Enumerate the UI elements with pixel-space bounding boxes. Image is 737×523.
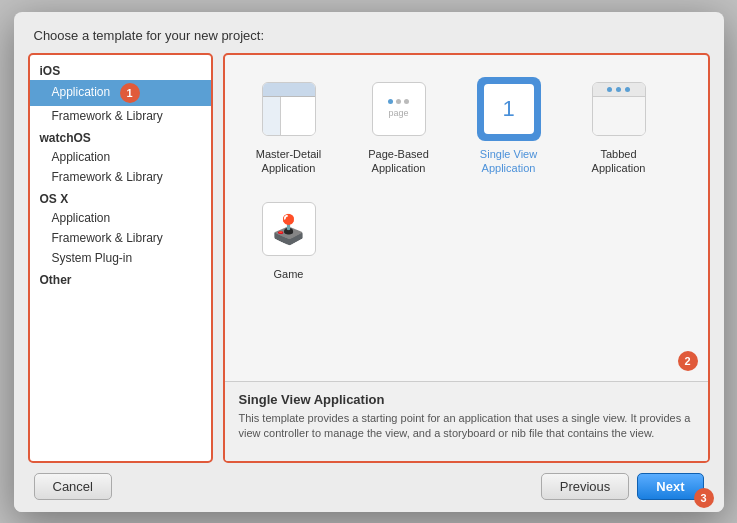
cancel-button[interactable]: Cancel — [34, 473, 112, 500]
template-label-page-based: Page-BasedApplication — [368, 147, 429, 176]
template-page-based[interactable]: page Page-BasedApplication — [349, 71, 449, 182]
template-icon-game: 🕹️ — [257, 197, 321, 261]
templates-grid: Master-DetailApplication page — [225, 55, 708, 381]
description-title: Single View Application — [239, 392, 694, 407]
template-icon-tabbed — [587, 77, 651, 141]
template-label-game: Game — [274, 267, 304, 281]
dialog-header: Choose a template for your new project: — [14, 12, 724, 53]
badge-2: 2 — [678, 351, 698, 371]
badge-3: 3 — [694, 488, 714, 508]
new-project-dialog: Choose a template for your new project: … — [14, 12, 724, 512]
badge-1: 1 — [120, 83, 140, 103]
sidebar-section-other: Other — [30, 268, 211, 289]
template-icon-master-detail — [257, 77, 321, 141]
sidebar-item-ios-framework[interactable]: Framework & Library — [30, 106, 211, 126]
header-text: Choose a template for your new project: — [34, 28, 265, 43]
previous-button[interactable]: Previous — [541, 473, 630, 500]
template-label-master-detail: Master-DetailApplication — [256, 147, 321, 176]
dialog-body: iOS Application 1 Framework & Library wa… — [14, 53, 724, 463]
template-tabbed[interactable]: TabbedApplication — [569, 71, 669, 182]
sidebar-item-osx-plugin[interactable]: System Plug-in — [30, 248, 211, 268]
template-game[interactable]: 🕹️ Game — [239, 191, 339, 287]
sidebar-item-osx-framework[interactable]: Framework & Library — [30, 228, 211, 248]
description-area: Single View Application This template pr… — [225, 381, 708, 461]
sidebar-item-osx-application[interactable]: Application — [30, 208, 211, 228]
sidebar-section-osx: OS X — [30, 187, 211, 208]
templates-container: Master-DetailApplication page — [225, 55, 708, 381]
template-label-tabbed: TabbedApplication — [592, 147, 646, 176]
sidebar-item-watchos-application[interactable]: Application — [30, 147, 211, 167]
template-label-single-view: Single ViewApplication — [480, 147, 537, 176]
main-content: Master-DetailApplication page — [223, 53, 710, 463]
description-text: This template provides a starting point … — [239, 411, 694, 442]
template-master-detail[interactable]: Master-DetailApplication — [239, 71, 339, 182]
template-icon-single-view: 1 — [477, 77, 541, 141]
dialog-footer: Cancel Previous Next 3 — [14, 463, 724, 512]
footer-right: Previous Next 3 — [541, 473, 704, 500]
sidebar-item-ios-application[interactable]: Application 1 — [30, 80, 211, 106]
sidebar-section-watchos: watchOS — [30, 126, 211, 147]
next-button-container: Next 3 — [637, 473, 703, 500]
template-icon-page-based: page — [367, 77, 431, 141]
sidebar-item-watchos-framework[interactable]: Framework & Library — [30, 167, 211, 187]
sidebar: iOS Application 1 Framework & Library wa… — [28, 53, 213, 463]
template-single-view[interactable]: 1 Single ViewApplication — [459, 71, 559, 182]
sidebar-section-ios: iOS — [30, 59, 211, 80]
